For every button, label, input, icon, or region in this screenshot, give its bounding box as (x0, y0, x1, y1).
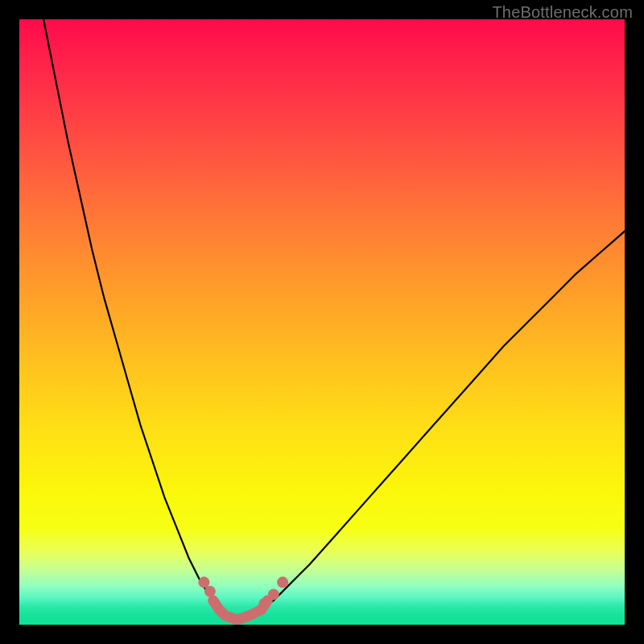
data-marker (277, 576, 288, 588)
curve-right-branch (237, 231, 625, 620)
data-marker (268, 588, 279, 600)
data-marker (204, 586, 216, 597)
bottleneck-curve (43, 19, 625, 620)
curve-left-branch (43, 19, 237, 620)
data-marker (259, 598, 270, 609)
chart-plot-area (19, 19, 625, 625)
watermark-text: TheBottleneck.com (492, 3, 633, 22)
chart-svg (19, 19, 625, 625)
